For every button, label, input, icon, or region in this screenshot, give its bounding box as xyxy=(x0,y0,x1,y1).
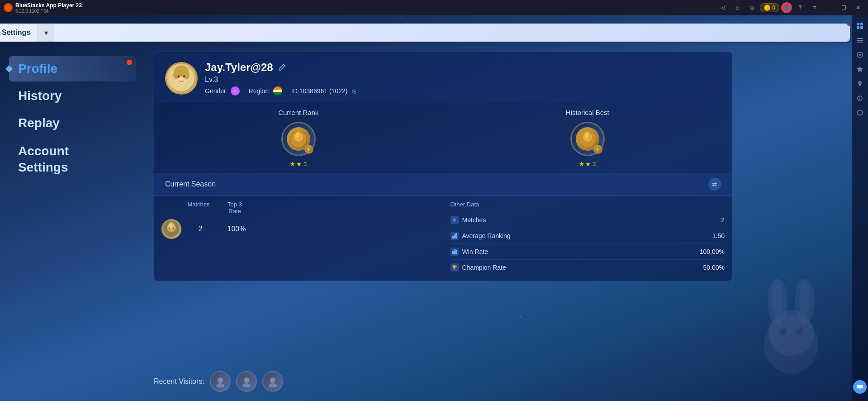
id-item: ID:10386961 (1022) ⎘ xyxy=(291,87,356,95)
svg-point-20 xyxy=(585,132,588,138)
other-stat-win-rate-left: Win Rate xyxy=(451,248,489,256)
menu-btn[interactable]: ≡ xyxy=(808,3,821,13)
svg-point-34 xyxy=(216,383,224,387)
nav-home-btn[interactable]: ⌂ xyxy=(731,3,744,13)
visitor-avatar-3[interactable] xyxy=(262,371,283,392)
sidebar-item-account-settings[interactable]: AccountSettings xyxy=(9,138,136,181)
win-rate-val: 100.00% xyxy=(700,248,725,255)
svg-rect-51 xyxy=(860,23,863,25)
titlebar-text: BlueStacks App Player 23 5.22.0.1102 P64 xyxy=(15,2,716,14)
edit-username-icon[interactable] xyxy=(278,63,286,72)
stats-section: Current Season ⇄ Matches Top 3 Rate xyxy=(154,173,732,281)
season-header: Current Season ⇄ xyxy=(154,173,732,196)
other-stat-champion-rate-left: 🏆 Champion Rate xyxy=(451,263,506,272)
win-rate-icon xyxy=(451,248,459,256)
chat-bubble-btn[interactable] xyxy=(853,380,867,394)
matches-col-header: Matches xyxy=(185,201,212,215)
other-stat-win-rate: Win Rate 100.00% xyxy=(451,244,725,260)
svg-point-58 xyxy=(859,54,861,56)
titlebar: BlueStacks App Player 23 5.22.0.1102 P64… xyxy=(0,0,868,15)
svg-point-26 xyxy=(173,228,174,229)
sidebar-label-replay: Replay xyxy=(18,116,60,130)
region-flag xyxy=(273,86,282,95)
other-stat-matches-val: 2 xyxy=(721,216,725,224)
region-label: Region: xyxy=(249,87,270,95)
right-sidebar-icon-4[interactable] xyxy=(853,62,867,76)
svg-rect-53 xyxy=(860,26,863,29)
sidebar-item-replay[interactable]: Replay xyxy=(9,110,136,136)
current-rank-stars: ★ ★ 3 xyxy=(161,161,436,167)
svg-point-7 xyxy=(184,70,190,79)
svg-point-37 xyxy=(270,377,275,383)
svg-rect-52 xyxy=(857,26,859,29)
sidebar-item-profile[interactable]: Profile xyxy=(9,56,136,81)
other-data-title: Other Data xyxy=(451,201,725,208)
svg-rect-32 xyxy=(456,251,457,254)
sidebar-item-history[interactable]: History xyxy=(9,83,136,109)
help-btn[interactable]: ? xyxy=(794,3,806,13)
settings-notification-dot xyxy=(847,24,850,26)
champion-rate-icon: 🏆 xyxy=(451,263,459,272)
stats-row: 2 100% xyxy=(161,219,436,239)
svg-point-47 xyxy=(789,337,793,339)
app-name: BlueStacks App Player 23 xyxy=(15,2,82,9)
nav-copy-btn[interactable]: ⧉ xyxy=(745,3,758,13)
other-stat-matches: ⊞ Matches 2 xyxy=(451,212,725,228)
sidebar: Profile History Replay AccountSettings xyxy=(0,52,145,188)
right-sidebar-icon-3[interactable] xyxy=(853,48,867,62)
settings-dropdown-arrow[interactable]: ▾ xyxy=(38,24,54,42)
id-label: ID:10386961 (1022) xyxy=(291,87,348,95)
svg-rect-30 xyxy=(452,251,453,254)
season-toggle-btn[interactable]: ⇄ xyxy=(708,178,721,191)
svg-point-36 xyxy=(242,383,251,387)
avg-ranking-label: Average Ranking xyxy=(462,232,511,239)
champion-rate-val: 50.00% xyxy=(703,264,725,271)
svg-rect-28 xyxy=(454,235,455,238)
visitor-avatar-2[interactable] xyxy=(236,371,257,392)
right-sidebar-icon-1[interactable] xyxy=(853,19,867,33)
matches-value: 2 xyxy=(187,225,214,233)
right-sidebar-icon-7[interactable] xyxy=(853,106,867,119)
historical-rank-stars: ★ ★ 3 xyxy=(451,161,725,167)
current-star-count: ★ 3 xyxy=(296,161,307,167)
minimize-btn[interactable]: ─ xyxy=(823,3,835,13)
settings-button[interactable]: Settings ▾ xyxy=(0,24,850,42)
current-star-icon: ★ xyxy=(290,161,295,167)
right-sidebar-icon-2[interactable] xyxy=(853,33,867,47)
avatar-face xyxy=(166,63,196,93)
top3rate-col-header: Top 3 Rate xyxy=(221,201,248,215)
profile-icon-btn[interactable]: 👤 xyxy=(781,2,792,13)
close-btn[interactable]: ✕ xyxy=(852,3,864,13)
svg-point-49 xyxy=(797,327,800,329)
svg-point-35 xyxy=(244,377,249,383)
svg-rect-27 xyxy=(452,236,453,238)
stats-left: Matches Top 3 Rate xyxy=(154,196,443,281)
other-stat-avg-ranking-left: Average Ranking xyxy=(451,232,511,240)
right-sidebar xyxy=(852,15,868,401)
current-rank-col: Current Rank xyxy=(154,103,443,173)
visitor-avatar-1[interactable] xyxy=(210,371,231,392)
right-sidebar-icon-5[interactable] xyxy=(853,77,867,91)
sidebar-label-account-settings: AccountSettings xyxy=(18,144,69,174)
svg-point-44 xyxy=(768,310,814,356)
maximize-btn[interactable]: ☐ xyxy=(837,3,850,13)
matches-stat-icon: ⊞ xyxy=(451,216,459,224)
champion-rate-label: Champion Rate xyxy=(462,264,506,271)
rank-medal-outer-historical: I xyxy=(570,122,605,156)
app-version: 5.22.0.1102 P64 xyxy=(15,9,716,14)
svg-rect-31 xyxy=(454,250,455,254)
settings-btn-main: Settings xyxy=(0,24,38,42)
svg-point-6 xyxy=(173,70,179,79)
svg-rect-29 xyxy=(456,234,457,238)
id-copy-icon[interactable]: ⎘ xyxy=(352,87,356,95)
right-sidebar-icon-6[interactable] xyxy=(853,91,867,105)
rank-i-badge-current: I xyxy=(304,145,313,154)
current-rank-label: Current Rank xyxy=(161,109,436,116)
svg-point-11 xyxy=(184,78,188,81)
visitors-label: Recent Visitors: xyxy=(154,377,204,386)
svg-point-10 xyxy=(175,78,179,81)
nav-back-btn[interactable]: ◁ xyxy=(716,3,729,13)
stats-right: Other Data ⊞ Matches 2 xyxy=(443,196,732,281)
historical-star-icon: ★ xyxy=(579,161,584,167)
other-stat-matches-label: Matches xyxy=(462,216,486,224)
